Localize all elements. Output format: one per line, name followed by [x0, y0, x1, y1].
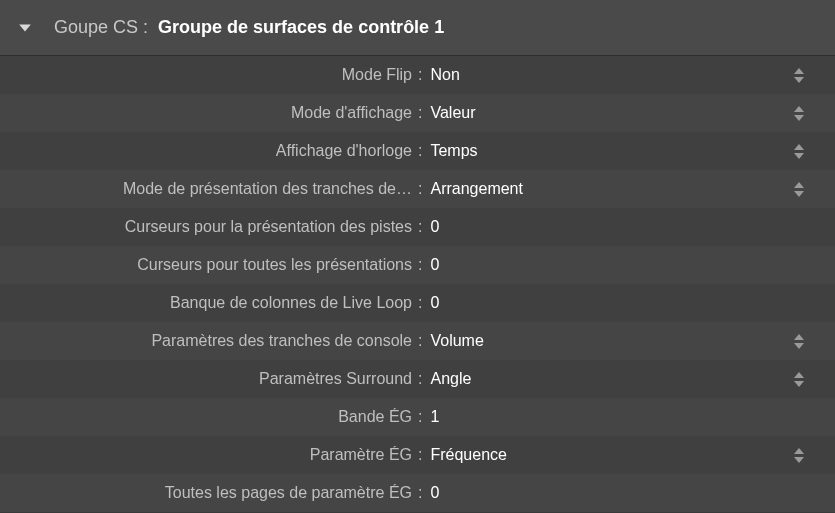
- section-header: Goupe CS : Groupe de surfaces de contrôl…: [0, 0, 835, 56]
- parameter-row: Paramètre ÉG:Fréquence: [0, 436, 835, 474]
- parameter-row: Curseurs pour toutes les présentations:0: [0, 246, 835, 284]
- parameter-label: Paramètre ÉG: [0, 446, 418, 464]
- colon-separator: :: [418, 142, 430, 160]
- parameter-value[interactable]: Volume: [430, 332, 789, 350]
- parameter-label: Curseurs pour toutes les présentations: [0, 256, 418, 274]
- parameter-row: Paramètres des tranches de console:Volum…: [0, 322, 835, 360]
- parameter-value[interactable]: Valeur: [430, 104, 789, 122]
- parameter-value[interactable]: Temps: [430, 142, 789, 160]
- parameter-row: Mode d'affichage:Valeur: [0, 94, 835, 132]
- value-stepper-icon[interactable]: [789, 448, 809, 463]
- colon-separator: :: [418, 218, 430, 236]
- parameter-row: Mode Flip:Non: [0, 56, 835, 94]
- parameter-label: Mode de présentation des tranches de…: [0, 180, 418, 198]
- parameter-row: Affichage d'horloge:Temps: [0, 132, 835, 170]
- colon-separator: :: [418, 446, 430, 464]
- parameter-value[interactable]: 0: [430, 218, 789, 236]
- parameter-label: Banque de colonnes de Live Loop: [0, 294, 418, 312]
- colon-separator: :: [418, 408, 430, 426]
- parameter-label: Mode Flip: [0, 66, 418, 84]
- parameter-list: Mode Flip:NonMode d'affichage:ValeurAffi…: [0, 56, 835, 512]
- colon-separator: :: [418, 332, 430, 350]
- parameter-value[interactable]: Fréquence: [430, 446, 789, 464]
- colon-separator: :: [418, 256, 430, 274]
- colon-separator: :: [418, 66, 430, 84]
- parameter-value[interactable]: 0: [430, 484, 789, 502]
- parameter-row: Mode de présentation des tranches de…:Ar…: [0, 170, 835, 208]
- colon-separator: :: [418, 180, 430, 198]
- parameter-label: Bande ÉG: [0, 408, 418, 426]
- parameter-label: Curseurs pour la présentation des pistes: [0, 218, 418, 236]
- parameter-value[interactable]: 0: [430, 256, 789, 274]
- parameter-row: Toutes les pages de paramètre ÉG:0: [0, 474, 835, 512]
- parameter-label: Affichage d'horloge: [0, 142, 418, 160]
- value-stepper-icon[interactable]: [789, 68, 809, 83]
- colon-separator: :: [418, 484, 430, 502]
- parameter-label: Toutes les pages de paramètre ÉG: [0, 484, 418, 502]
- parameter-value[interactable]: Arrangement: [430, 180, 789, 198]
- value-stepper-icon[interactable]: [789, 144, 809, 159]
- value-stepper-icon[interactable]: [789, 182, 809, 197]
- section-label: Goupe CS :: [54, 17, 148, 38]
- parameter-label: Mode d'affichage: [0, 104, 418, 122]
- parameter-label: Paramètres Surround: [0, 370, 418, 388]
- colon-separator: :: [418, 294, 430, 312]
- colon-separator: :: [418, 370, 430, 388]
- value-stepper-icon[interactable]: [789, 372, 809, 387]
- parameter-row: Paramètres Surround:Angle: [0, 360, 835, 398]
- disclosure-triangle-icon[interactable]: [14, 17, 36, 39]
- parameter-value[interactable]: 1: [430, 408, 789, 426]
- parameter-value[interactable]: Non: [430, 66, 789, 84]
- parameter-value[interactable]: 0: [430, 294, 789, 312]
- parameter-row: Curseurs pour la présentation des pistes…: [0, 208, 835, 246]
- parameter-row: Banque de colonnes de Live Loop:0: [0, 284, 835, 322]
- parameter-value[interactable]: Angle: [430, 370, 789, 388]
- parameter-row: Bande ÉG:1: [0, 398, 835, 436]
- value-stepper-icon[interactable]: [789, 106, 809, 121]
- value-stepper-icon[interactable]: [789, 334, 809, 349]
- parameter-label: Paramètres des tranches de console: [0, 332, 418, 350]
- section-title[interactable]: Groupe de surfaces de contrôle 1: [158, 17, 444, 38]
- colon-separator: :: [418, 104, 430, 122]
